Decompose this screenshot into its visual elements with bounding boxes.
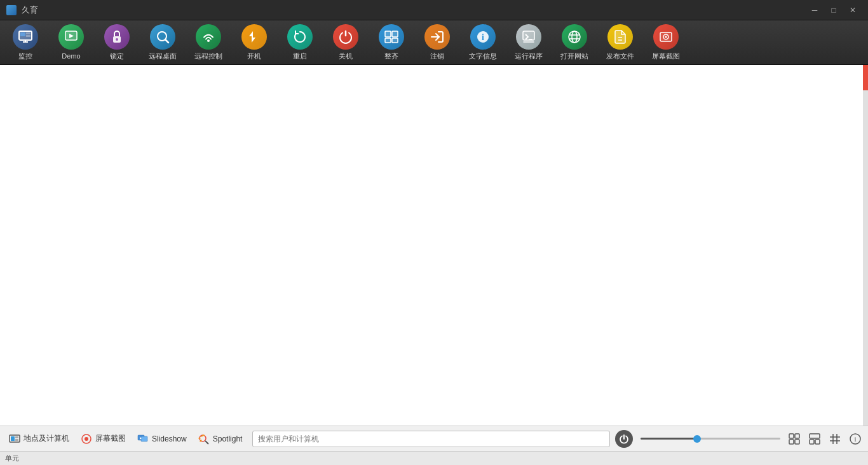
power-button[interactable] (615, 430, 633, 448)
svg-rect-34 (15, 436, 18, 438)
toolbar-item-demo[interactable]: Demo (48, 22, 94, 63)
text-msg-label: 文字信息 (469, 52, 497, 60)
toolbar-item-restart[interactable]: 重启 (277, 22, 323, 63)
toolbar-item-text-msg[interactable]: i文字信息 (460, 22, 506, 63)
power-on-label: 开机 (247, 52, 261, 60)
arrange-icon (379, 24, 404, 50)
remote-desktop-label: 远程桌面 (149, 52, 177, 60)
open-website-label: 打开网站 (560, 52, 588, 60)
main-toolbar: 监控Demo锁定远程桌面远程控制开机重启关机整齐注销i文字信息运行程序打开网站发… (0, 20, 868, 65)
main-content (0, 65, 868, 426)
info-button[interactable]: i (846, 430, 864, 448)
search-input[interactable] (252, 431, 610, 447)
svg-rect-48 (789, 440, 794, 444)
maximize-button[interactable]: □ (825, 3, 843, 17)
screenshot-label: 屏幕截图 (652, 52, 680, 60)
toolbar-item-remote-ctrl[interactable]: 远程控制 (186, 22, 231, 63)
toolbar-item-publish-file[interactable]: 发布文件 (597, 22, 643, 63)
info-icon: i (850, 433, 861, 445)
logout-label: 注销 (430, 52, 444, 60)
restart-label: 重启 (293, 52, 307, 60)
logout-icon (424, 24, 450, 50)
toolbar-item-monitor[interactable]: 监控 (3, 22, 48, 63)
toolbar-item-power-on[interactable]: 开机 (231, 22, 277, 63)
spotlight-button[interactable]: Spotlight (193, 429, 248, 448)
scrollbar-thumb[interactable] (863, 65, 868, 90)
svg-rect-52 (815, 440, 820, 444)
power-icon (619, 434, 629, 444)
remote-ctrl-label: 远程控制 (194, 52, 222, 60)
toolbar-item-screenshot[interactable]: 屏幕截图 (643, 22, 689, 63)
open-website-icon (562, 24, 587, 50)
svg-rect-51 (810, 440, 814, 444)
svg-line-11 (165, 39, 168, 43)
toolbar-item-shutdown[interactable]: 关机 (323, 22, 369, 63)
toolbar-item-remote-desktop[interactable]: 远程桌面 (140, 22, 186, 63)
app-title: 久育 (22, 4, 806, 16)
screenshot-button[interactable]: 屏幕截图 (76, 429, 131, 448)
minimize-button[interactable]: ─ (806, 3, 824, 17)
toolbar-item-arrange[interactable]: 整齐 (369, 22, 414, 63)
status-text: 单元 (5, 454, 19, 463)
svg-rect-33 (11, 436, 15, 441)
svg-rect-16 (385, 38, 391, 43)
publish-file-icon (607, 24, 633, 50)
svg-point-23 (569, 31, 580, 43)
svg-rect-39 (141, 436, 147, 441)
svg-rect-20 (523, 31, 534, 40)
locations-computers-button[interactable]: 地点及计算机 (4, 429, 74, 448)
close-button[interactable]: ✕ (844, 3, 862, 17)
grid-button[interactable] (826, 430, 844, 448)
fit-screen-button[interactable] (785, 430, 803, 448)
svg-text:i: i (854, 435, 856, 443)
app-icon (6, 5, 17, 15)
svg-rect-49 (795, 440, 799, 444)
layout-button[interactable] (806, 430, 824, 448)
remote-desktop-icon (150, 24, 175, 50)
run-prog-icon (516, 24, 541, 50)
toolbar-item-run-prog[interactable]: 运行程序 (506, 22, 552, 63)
slideshow-icon (137, 433, 149, 445)
svg-line-42 (205, 441, 208, 444)
window-controls: ─ □ ✕ (806, 3, 862, 17)
slideshow-button[interactable]: Slideshow (132, 429, 192, 448)
power-on-icon (241, 24, 267, 50)
zoom-slider[interactable] (641, 438, 780, 440)
toolbar-item-lock[interactable]: 锁定 (94, 22, 140, 63)
toolbar-item-open-website[interactable]: 打开网站 (552, 22, 597, 63)
restart-icon (287, 24, 313, 50)
right-icon-group: i (785, 430, 864, 448)
spotlight-icon (198, 433, 210, 445)
layout-icon (809, 433, 820, 445)
scrollbar-track[interactable] (863, 65, 868, 426)
title-bar: 久育 ─ □ ✕ (0, 0, 868, 20)
lock-icon (104, 24, 130, 50)
fit-screen-icon (789, 433, 800, 445)
svg-rect-47 (795, 434, 799, 438)
toolbar-item-logout[interactable]: 注销 (414, 22, 460, 63)
svg-rect-14 (385, 31, 391, 37)
svg-point-31 (665, 36, 667, 38)
grid-icon (829, 433, 841, 445)
svg-rect-50 (810, 434, 820, 438)
demo-label: Demo (62, 52, 80, 60)
svg-point-9 (116, 38, 118, 41)
remote-ctrl-icon (196, 24, 221, 50)
shutdown-label: 关机 (339, 52, 353, 60)
locations-icon (9, 433, 20, 445)
svg-rect-4 (26, 32, 31, 34)
svg-rect-3 (20, 32, 25, 36)
publish-file-label: 发布文件 (606, 52, 634, 60)
bottom-bar: 地点及计算机 屏幕截图 Slideshow Spotlight (0, 426, 868, 451)
zoom-slider-container (641, 438, 780, 440)
screenshot-icon (653, 24, 679, 50)
text-msg-icon: i (470, 24, 496, 50)
status-bar: 单元 (0, 451, 868, 465)
svg-rect-35 (15, 439, 18, 441)
demo-icon (58, 24, 84, 50)
lock-label: 锁定 (110, 52, 124, 60)
shutdown-icon (333, 24, 358, 50)
svg-point-37 (85, 437, 88, 441)
svg-rect-17 (392, 38, 398, 43)
run-prog-label: 运行程序 (515, 52, 543, 60)
